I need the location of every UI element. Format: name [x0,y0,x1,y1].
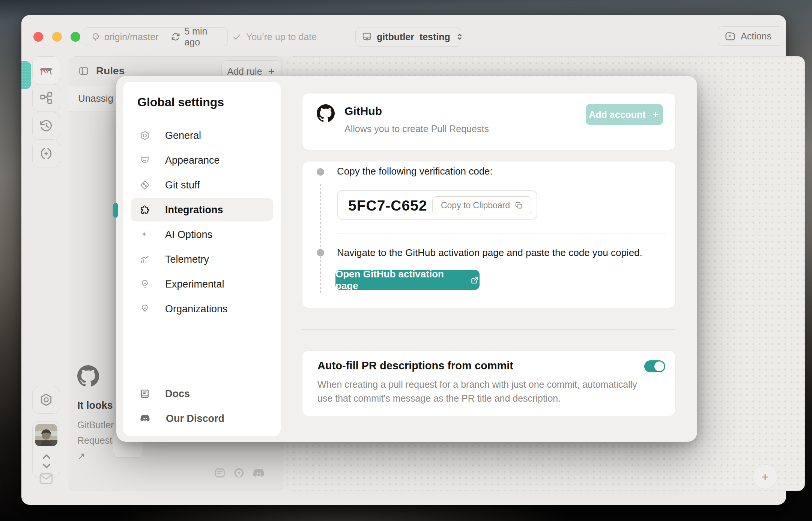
plus-icon: + [761,470,769,484]
news-icon[interactable] [214,467,226,479]
actions-sparkle-icon [724,30,736,42]
unassigned-label: Unassig [78,93,113,104]
rail-history-button[interactable] [32,112,60,140]
feedback-mail-button[interactable] [39,472,54,485]
menu-label: Telemetry [165,254,209,265]
add-rule-label: Add rule [227,66,262,77]
book-icon [140,388,150,399]
menu-label: Experimental [165,279,224,290]
github-octocat-icon [77,365,121,387]
github-activation-card: Copy the following verification code: 5F… [302,161,675,308]
toggle-knob [654,361,664,371]
rail-ai-actions-button[interactable] [32,140,60,167]
check-icon [232,32,242,42]
menu-item-general[interactable]: General [131,124,273,147]
menu-item-telemetry[interactable]: Telemetry [131,248,273,271]
global-settings-modal: Global settings General Appearance Git s… [116,76,697,442]
empty-state-line1: GitButler [77,420,121,431]
autofill-toggle[interactable] [644,360,665,372]
menu-label: AI Options [165,229,212,241]
autofill-pr-card: Auto-fill PR descriptions from commit Wh… [302,350,675,416]
project-switcher[interactable]: gitbutler_testing [355,27,461,47]
hexagon-nut-icon [140,130,150,141]
menu-label: Git stuff [165,179,200,191]
puzzle-icon [140,205,150,215]
refresh-icon [171,32,180,42]
autofill-line1: When creating a pull request for a branc… [317,378,637,392]
github-card-title: GitHub [344,105,382,117]
open-github-activation-button[interactable]: Open GitHub activation page [335,270,480,290]
add-account-button[interactable]: Add account [586,104,663,125]
step2-text: Navigate to the GitHub activation page a… [337,247,642,259]
remote-branch-icon [91,32,101,42]
base-branch-button[interactable]: origin/master 5 min ago [84,27,228,46]
status-text: You’re up to date [246,32,317,42]
rail-settings-button[interactable] [32,386,60,414]
copy-to-clipboard-button[interactable]: Copy to Clipboard [432,196,532,214]
up-to-date-status: You’re up to date [232,27,317,46]
traffic-light-zoom[interactable] [71,32,80,42]
menu-item-ai-options[interactable]: AI Options [131,223,273,246]
divider [165,32,165,42]
section-divider [302,329,675,330]
panel-split-icon [78,65,89,77]
menu-item-organizations[interactable]: Organizations [131,297,273,321]
menu-item-docs[interactable]: Docs [131,382,273,405]
active-section-indicator [113,203,118,218]
sync-time: 5 min ago [184,26,221,48]
add-account-label: Add account [589,109,645,120]
git-diamond-icon [140,180,150,190]
step-connector-line [320,184,321,293]
menu-item-git-stuff[interactable]: Git stuff [131,173,273,197]
chart-icon [140,254,150,265]
menu-item-discord[interactable]: Our Discord [131,407,273,430]
branch-name: origin/master [104,32,159,42]
github-integration-card: GitHub Allows you to create Pull Request… [302,93,675,150]
traffic-light-minimize[interactable] [52,32,62,42]
modal-title: Global settings [137,95,224,109]
rules-title: Rules [96,65,125,77]
step-bullet [317,168,324,176]
user-account-switcher[interactable] [32,421,60,478]
workbench-table-icon [39,63,54,78]
open-source-icon[interactable] [233,467,245,479]
plus-icon [651,110,660,119]
bulb-icon [140,304,150,314]
hexagon-nut-icon [39,393,53,407]
traffic-light-close[interactable] [33,32,43,42]
branch-graph-icon [39,91,53,105]
discord-icon[interactable] [252,467,266,480]
github-card-subtitle: Allows you to create Pull Requests [344,123,489,134]
menu-item-experimental[interactable]: Experimental [131,273,273,296]
history-clock-icon [39,119,53,133]
menu-item-appearance[interactable]: Appearance [131,149,273,172]
rail-branches-button[interactable] [32,84,60,112]
external-link-icon [470,275,480,285]
settings-menu-card: Global settings General Appearance Git s… [123,82,281,436]
open-activation-label: Open GitHub activation page [335,268,465,292]
menu-item-integrations[interactable]: Integrations [131,198,273,221]
branch-drag-handle[interactable] [21,61,31,89]
actions-button[interactable]: Actions [718,26,783,46]
mask-icon [140,155,150,166]
chevron-up-down-icon [39,451,54,472]
copy-label: Copy to Clipboard [441,200,510,211]
step1-text: Copy the following verification code: [337,166,493,177]
step-bullet [317,249,324,256]
copy-icon [514,201,523,210]
menu-label: Docs [165,388,190,400]
card-divider [337,233,666,233]
github-octocat-icon [317,104,335,122]
autofill-title: Auto-fill PR descriptions from commit [317,360,513,372]
autofill-description: When creating a pull request for a branc… [317,378,637,405]
avatar [35,424,57,446]
ai-parentheses-sparkle-icon [39,146,53,161]
menu-label: Integrations [165,204,223,216]
plus-icon [267,67,276,76]
bulb-icon [140,279,150,289]
add-branch-button[interactable]: + [753,464,777,489]
autofill-line2: use that commit's message as the PR titl… [317,392,637,405]
rail-workspace-button[interactable] [32,56,60,84]
project-name: gitbutler_testing [377,32,450,42]
empty-state-title: It looks li [77,400,121,411]
